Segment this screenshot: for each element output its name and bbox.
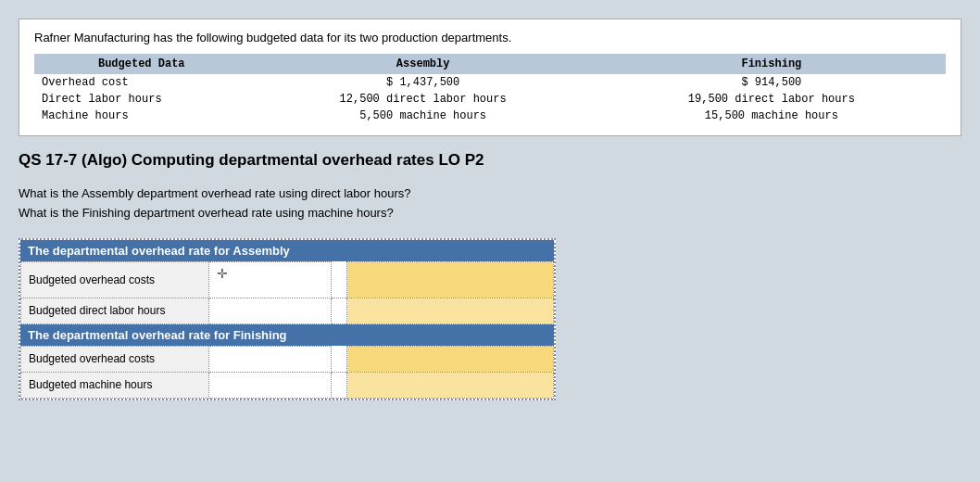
- assembly-overhead-result[interactable]: [346, 261, 553, 298]
- finishing-overhead-input-cell[interactable]: [208, 346, 331, 372]
- finishing-mh-input[interactable]: [217, 378, 323, 391]
- finishing-mh-result[interactable]: [346, 372, 553, 398]
- assembly-overhead-input[interactable]: [217, 281, 323, 294]
- finishing-calc-table: Budgeted overhead costs Budgeted machine…: [20, 346, 554, 399]
- finishing-overhead-result-input[interactable]: [355, 352, 546, 365]
- finishing-mh-label: Budgeted machine hours: [21, 372, 209, 398]
- table-row: Overhead cost $ 1,437,500 $ 914,500: [34, 74, 946, 91]
- divider-3: [331, 346, 346, 372]
- budget-data-section: Rafner Manufacturing has the following b…: [19, 19, 961, 136]
- assembly-row-dlh: Budgeted direct labor hours: [21, 298, 554, 323]
- finishing-overhead-result[interactable]: [346, 346, 553, 372]
- row-assembly-dlh: 12,500 direct labor hours: [249, 91, 597, 108]
- assembly-calc-table: Budgeted overhead costs ✛ Budgeted direc…: [20, 261, 554, 324]
- row-finishing-mh: 15,500 machine hours: [597, 108, 946, 124]
- assembly-dlh-input[interactable]: [217, 304, 323, 317]
- assembly-overhead-input-cell[interactable]: ✛: [208, 261, 331, 298]
- row-label-mh: Machine hours: [34, 108, 249, 124]
- assembly-overhead-result-input[interactable]: [355, 273, 546, 286]
- finishing-row-mh: Budgeted machine hours: [21, 372, 554, 398]
- question-line-2: What is the Finishing department overhea…: [19, 204, 961, 223]
- budget-table: Budgeted Data Assembly Finishing Overhea…: [34, 54, 946, 124]
- question-text: What is the Assembly department overhead…: [19, 184, 961, 223]
- table-row: Direct labor hours 12,500 direct labor h…: [34, 91, 946, 108]
- budget-col-header-finishing: Finishing: [597, 54, 946, 74]
- calc-table-container: The departmental overhead rate for Assem…: [19, 238, 556, 400]
- row-assembly-mh: 5,500 machine hours: [249, 108, 597, 124]
- question-title: QS 17-7 (Algo) Computing departmental ov…: [19, 151, 961, 170]
- assembly-section-header: The departmental overhead rate for Assem…: [20, 240, 554, 261]
- budget-col-header-label: Budgeted Data: [34, 54, 249, 74]
- cursor-icon: ✛: [217, 266, 228, 281]
- divider-1: [331, 261, 346, 298]
- question-line-1: What is the Assembly department overhead…: [19, 184, 961, 204]
- row-assembly-overhead: $ 1,437,500: [249, 74, 597, 91]
- divider-4: [331, 372, 346, 398]
- assembly-dlh-input-cell[interactable]: [208, 298, 331, 323]
- assembly-dlh-result-input[interactable]: [355, 304, 546, 317]
- assembly-row-overhead: Budgeted overhead costs ✛: [21, 261, 554, 298]
- finishing-overhead-input[interactable]: [217, 352, 323, 365]
- main-container: Rafner Manufacturing has the following b…: [19, 19, 961, 400]
- divider-2: [331, 298, 346, 323]
- finishing-mh-input-cell[interactable]: [208, 372, 331, 398]
- finishing-section-header: The departmental overhead rate for Finis…: [20, 324, 554, 346]
- row-finishing-dlh: 19,500 direct labor hours: [597, 91, 946, 108]
- intro-text: Rafner Manufacturing has the following b…: [34, 31, 946, 44]
- finishing-overhead-label: Budgeted overhead costs: [21, 346, 209, 372]
- finishing-row-overhead: Budgeted overhead costs: [21, 346, 554, 372]
- assembly-dlh-label: Budgeted direct labor hours: [21, 298, 209, 323]
- row-label-dlh: Direct labor hours: [34, 91, 249, 108]
- assembly-dlh-result[interactable]: [346, 298, 553, 323]
- row-label-overhead: Overhead cost: [34, 74, 249, 91]
- assembly-overhead-label: Budgeted overhead costs: [21, 261, 209, 298]
- budget-col-header-assembly: Assembly: [249, 54, 597, 74]
- row-finishing-overhead: $ 914,500: [597, 74, 946, 91]
- finishing-mh-result-input[interactable]: [355, 378, 546, 391]
- table-row: Machine hours 5,500 machine hours 15,500…: [34, 108, 946, 124]
